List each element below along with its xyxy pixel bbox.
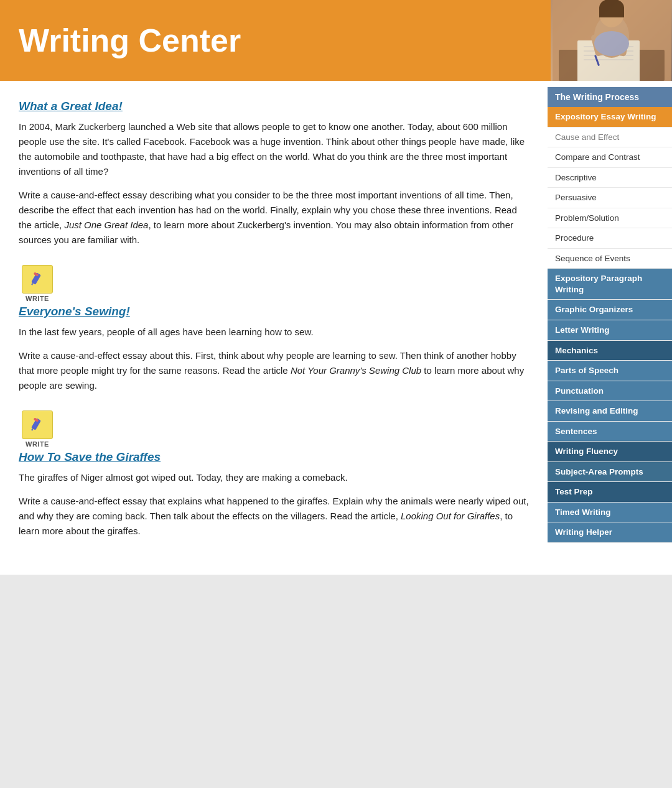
sidebar-item-letter-writing[interactable]: Letter Writing <box>548 320 672 341</box>
page-title: Writing Center <box>19 22 241 59</box>
article-1-body-1: In 2004, Mark Zuckerberg launched a Web … <box>19 119 529 179</box>
sidebar-item-subject-area[interactable]: Subject-Area Prompts <box>548 462 672 483</box>
article-3-body-2: Write a cause-and-effect essay that expl… <box>19 494 529 539</box>
content-area: What a Great Idea! In 2004, Mark Zuckerb… <box>0 81 672 575</box>
svg-rect-10 <box>599 7 624 17</box>
header-illustration <box>553 0 671 81</box>
article-3-title-text: How To Save the Giraffes <box>19 450 161 463</box>
svg-point-14 <box>594 31 629 56</box>
article-3-title[interactable]: How To Save the Giraffes <box>19 450 529 464</box>
sidebar-item-problem-solution[interactable]: Problem/Solution <box>548 208 672 229</box>
sidebar-header: The Writing Process <box>548 87 672 107</box>
write-label-1: WRITE <box>26 295 49 302</box>
write-label-2: WRITE <box>26 440 49 448</box>
sidebar-item-parts-of-speech[interactable]: Parts of Speech <box>548 361 672 381</box>
header-image <box>551 0 672 81</box>
sidebar-item-writing-fluency[interactable]: Writing Fluency <box>548 442 672 462</box>
write-icon-1[interactable]: WRITE <box>19 265 56 302</box>
write-icon-2[interactable]: WRITE <box>19 410 56 448</box>
article-2-body-2: Write a cause-and-effect essay about thi… <box>19 348 529 393</box>
header-photo <box>551 0 672 81</box>
sidebar-item-test-prep[interactable]: Test Prep <box>548 482 672 503</box>
sidebar-item-mechanics[interactable]: Mechanics <box>548 341 672 361</box>
sidebar-item-sequence[interactable]: Sequence of Events <box>548 249 672 269</box>
article-section-3: How To Save the Giraffes The giraffes of… <box>19 450 529 539</box>
header: Writing Center <box>0 0 672 81</box>
sidebar-item-punctuation[interactable]: Punctuation <box>548 381 672 402</box>
sidebar-item-compare-contrast[interactable]: Compare and Contrast <box>548 147 672 168</box>
sidebar-item-graphic-organizers[interactable]: Graphic Organizers <box>548 300 672 320</box>
article-1-body-2: Write a cause-and-effect essay describin… <box>19 188 529 248</box>
article-1-title[interactable]: What a Great Idea! <box>19 100 529 113</box>
pencil-icon-2 <box>29 416 46 433</box>
sidebar-item-revising-editing[interactable]: Revising and Editing <box>548 401 672 422</box>
sidebar-item-descriptive[interactable]: Descriptive <box>548 168 672 188</box>
write-icon-box-2 <box>22 410 53 439</box>
article-section-1: What a Great Idea! In 2004, Mark Zuckerb… <box>19 100 529 248</box>
header-title-area: Writing Center <box>0 0 551 81</box>
article-section-2: Everyone's Sewing! In the last few years… <box>19 305 529 393</box>
sidebar-item-cause-effect[interactable]: Cause and Effect <box>548 127 672 148</box>
article-3-body-1: The giraffes of Niger almost got wiped o… <box>19 470 529 485</box>
article-2-title-text: Everyone's Sewing! <box>19 305 130 318</box>
page-wrapper: Writing Center <box>0 0 672 575</box>
sidebar: The Writing Process Expository Essay Wri… <box>548 81 672 575</box>
article-2-body-1: In the last few years, people of all age… <box>19 325 529 340</box>
article-2-title[interactable]: Everyone's Sewing! <box>19 305 529 318</box>
sidebar-item-timed-writing[interactable]: Timed Writing <box>548 503 672 523</box>
write-icon-box-1 <box>22 265 53 294</box>
article-1-title-text: What a Great Idea! <box>19 100 123 113</box>
sidebar-item-writing-helper[interactable]: Writing Helper <box>548 522 672 543</box>
sidebar-item-expository-essay[interactable]: Expository Essay Writing <box>548 107 672 127</box>
pencil-icon-1 <box>29 271 46 288</box>
main-content: What a Great Idea! In 2004, Mark Zuckerb… <box>0 81 548 575</box>
sidebar-item-expository-paragraph[interactable]: Expository Paragraph Writing <box>548 269 672 300</box>
sidebar-item-sentences[interactable]: Sentences <box>548 422 672 442</box>
sidebar-item-persuasive[interactable]: Persuasive <box>548 188 672 208</box>
sidebar-item-procedure[interactable]: Procedure <box>548 228 672 249</box>
